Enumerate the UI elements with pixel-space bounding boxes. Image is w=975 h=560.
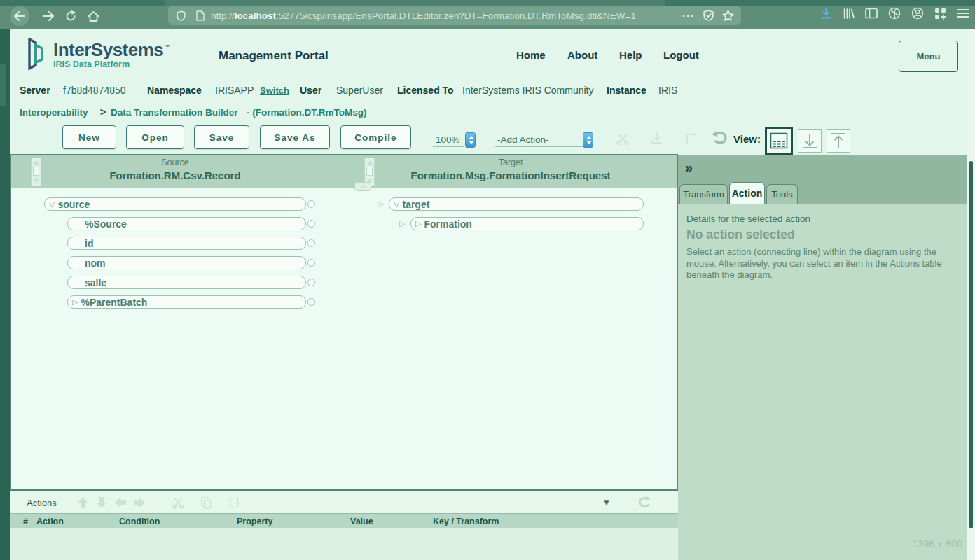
tab-action[interactable]: Action	[729, 182, 765, 204]
tree-node-label[interactable]: target	[402, 199, 429, 210]
tree-node-id[interactable]: id	[67, 237, 306, 250]
nav-help[interactable]: Help	[619, 49, 642, 61]
copy-icon[interactable]	[198, 494, 214, 511]
url-text[interactable]: http://localhost:52775/csp/irisapp/EnsPo…	[211, 10, 675, 21]
url-divider	[191, 10, 191, 21]
arrow-up-icon	[829, 132, 848, 150]
collapse-panel-icon[interactable]: »	[685, 160, 693, 176]
forward-button[interactable]	[41, 8, 56, 24]
account-icon[interactable]	[911, 7, 924, 20]
cut-action-icon[interactable]	[614, 130, 632, 148]
tree-node-parent-batch[interactable]: ▷ %ParentBatch	[67, 295, 306, 309]
add-action-spinner[interactable]	[583, 132, 593, 148]
tree-node-label[interactable]: nom	[85, 258, 106, 269]
reload-button[interactable]	[63, 8, 78, 24]
bookmark-star-icon[interactable]	[722, 10, 734, 22]
connector-port[interactable]	[307, 239, 315, 247]
url-bar[interactable]: http://localhost:52775/csp/irisapp/EnsPo…	[168, 6, 741, 24]
tree-node-label[interactable]: %ParentBatch	[81, 297, 147, 308]
source-caption: Source	[44, 158, 306, 167]
breadcrumb-root[interactable]: Interoperability	[20, 107, 88, 118]
tree-node-label[interactable]: Formation	[424, 218, 471, 230]
apps-grid-icon[interactable]	[934, 8, 946, 20]
sidebars-icon[interactable]	[865, 8, 878, 19]
expand-triangle-icon[interactable]: ▷	[415, 220, 421, 227]
view-split-button[interactable]	[765, 127, 793, 155]
nav-about[interactable]: About	[567, 49, 597, 61]
connector-port[interactable]	[307, 259, 315, 267]
open-button[interactable]: Open	[126, 125, 184, 149]
scroll-thumb[interactable]	[33, 167, 39, 176]
tab-transform[interactable]: Transform	[679, 184, 728, 204]
home-button[interactable]	[85, 8, 101, 24]
move-down-icon[interactable]	[93, 494, 110, 511]
cut-icon[interactable]	[170, 494, 186, 511]
menu-button[interactable]: Menu	[899, 41, 958, 72]
nav-home[interactable]: Home	[516, 49, 546, 61]
paste-action-icon[interactable]	[647, 130, 665, 148]
breadcrumb-page[interactable]: Data Transformation Builder	[111, 107, 238, 118]
switch-namespace-link[interactable]: Switch	[260, 85, 289, 96]
intersystems-logo[interactable]: InterSystems™ IRIS Data Platform	[25, 38, 170, 70]
zoom-spinner[interactable]	[465, 132, 476, 148]
extensions-icon[interactable]	[888, 7, 901, 20]
server-value: f7b8d4874850	[63, 85, 126, 96]
tree-node-target[interactable]: ▽ target	[389, 197, 644, 211]
collapse-triangle-icon[interactable]: ▽	[49, 200, 55, 208]
tree-node-formation[interactable]: ▷ Formation	[410, 217, 644, 230]
nav-logout[interactable]: Logout	[663, 49, 699, 61]
move-right-icon[interactable]	[131, 494, 148, 511]
move-left-icon[interactable]	[112, 494, 129, 511]
tree-node-label[interactable]: %Source	[85, 218, 127, 230]
compile-button[interactable]: Compile	[340, 125, 411, 149]
tab-tools[interactable]: Tools	[766, 184, 798, 204]
browser-active-tab[interactable]	[165, 0, 665, 6]
menu-hamburger-icon[interactable]	[957, 8, 969, 18]
page-scrollbar-thumb[interactable]	[969, 161, 973, 528]
connector-port[interactable]	[307, 220, 315, 227]
arrow-down-icon	[801, 132, 819, 150]
connector-port-source[interactable]	[307, 200, 315, 208]
tree-node-label[interactable]: salle	[85, 277, 106, 288]
library-icon[interactable]	[843, 8, 855, 20]
server-label: Server	[20, 85, 50, 96]
splitter-handle[interactable]: ▿▿	[354, 182, 371, 191]
add-action-select[interactable]: -Add Action-	[495, 134, 583, 147]
page-scrollbar[interactable]	[967, 29, 975, 560]
tree-node-salle[interactable]: salle	[67, 276, 306, 289]
tracking-shield-icon[interactable]	[177, 10, 186, 21]
tree-node-nom[interactable]: nom	[67, 256, 306, 270]
downloads-icon[interactable]	[820, 8, 832, 20]
move-up-icon[interactable]	[74, 494, 91, 511]
connector-triangle-icon[interactable]: ▷	[399, 219, 405, 228]
table-menu-icon[interactable]: ▼	[602, 498, 611, 507]
page-info-icon[interactable]	[196, 10, 205, 21]
details-side-panel: » Transform Action Tools Details for the…	[678, 155, 967, 560]
view-table-only-button[interactable]	[827, 129, 850, 153]
tree-node-percent-source[interactable]: %Source	[67, 217, 306, 230]
connector-port[interactable]	[307, 279, 315, 286]
connector-port[interactable]	[307, 298, 315, 306]
zoom-select[interactable]: 100%	[433, 134, 464, 147]
tree-node-source[interactable]: ▽ source	[44, 197, 306, 211]
page-actions-icon[interactable]: ···	[682, 10, 695, 22]
save-as-button[interactable]: Save As	[260, 125, 330, 149]
view-diagram-only-button[interactable]	[798, 129, 822, 153]
tree-node-label[interactable]: source	[57, 199, 90, 210]
tree-node-label[interactable]: id	[85, 238, 93, 249]
back-button[interactable]	[12, 8, 27, 24]
forward-arrow-icon	[42, 11, 55, 21]
permissions-shield-icon[interactable]	[703, 10, 714, 21]
new-button[interactable]: New	[62, 125, 116, 149]
redo-corner-icon[interactable]	[682, 130, 700, 148]
paste-icon[interactable]	[226, 494, 242, 511]
actions-table-header: # Action Condition Property Value Key / …	[10, 513, 678, 528]
scroll-thumb[interactable]	[366, 167, 373, 176]
refresh-table-icon[interactable]	[636, 494, 653, 511]
collapse-triangle-icon[interactable]: ▽	[394, 200, 399, 208]
undo-icon[interactable]	[710, 130, 728, 148]
save-button[interactable]: Save	[194, 125, 249, 149]
connector-triangle-icon[interactable]: ▷	[378, 200, 383, 209]
source-mini-scrollbar[interactable]	[31, 158, 41, 186]
expand-triangle-icon[interactable]: ▷	[72, 298, 78, 306]
